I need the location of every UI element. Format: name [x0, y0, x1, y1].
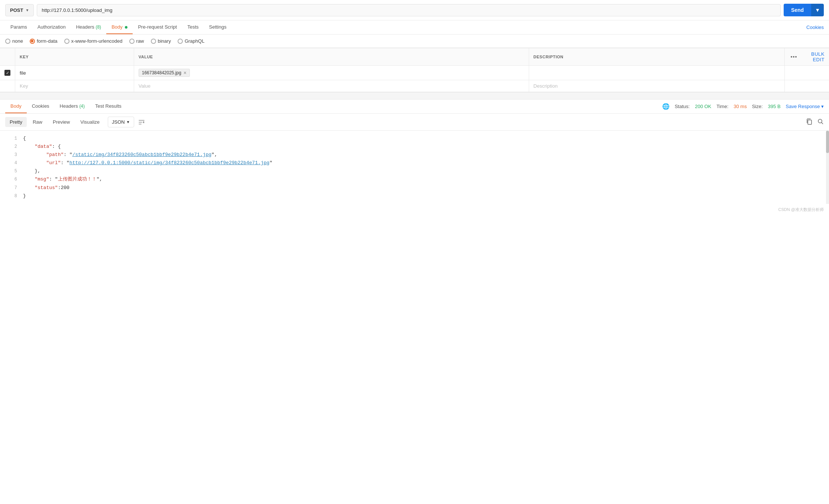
- col-key-header: KEY: [15, 48, 134, 66]
- tab-params[interactable]: Params: [5, 20, 32, 34]
- radio-raw-circle: [129, 39, 135, 44]
- send-button[interactable]: Send: [784, 4, 811, 16]
- radio-graphql[interactable]: GraphQL: [178, 38, 204, 44]
- table-row: file 1667384842025.jpg ×: [0, 66, 829, 80]
- empty-description-cell[interactable]: Description: [529, 80, 784, 92]
- response-tab-headers[interactable]: Headers (4): [55, 100, 90, 113]
- radio-raw[interactable]: raw: [129, 38, 144, 44]
- scrollbar-track[interactable]: [826, 131, 829, 204]
- chevron-down-icon: ▼: [25, 8, 29, 12]
- row-checkbox-cell[interactable]: [0, 66, 15, 80]
- scrollbar-thumb[interactable]: [826, 131, 829, 153]
- tab-body[interactable]: Body: [106, 20, 133, 34]
- placeholder-description: Description: [534, 83, 558, 89]
- radio-graphql-circle: [178, 39, 183, 44]
- url-input[interactable]: [37, 4, 781, 16]
- placeholder-value: Value: [139, 83, 150, 89]
- svg-rect-0: [808, 120, 812, 124]
- radio-form-data[interactable]: form-data: [30, 38, 58, 44]
- chevron-down-icon-json: ▼: [126, 120, 130, 124]
- send-dropdown-button[interactable]: ▼: [811, 4, 824, 16]
- format-pretty[interactable]: Pretty: [5, 117, 27, 127]
- tab-pre-request[interactable]: Pre-request Script: [133, 20, 182, 34]
- path-link[interactable]: /static/img/34f823260c50abcb1bbf9e29b22b…: [72, 151, 211, 159]
- send-button-group: Send ▼: [784, 4, 824, 16]
- file-tag: 1667384842025.jpg ×: [139, 69, 190, 77]
- json-line-5: 5 },: [5, 167, 824, 175]
- save-response-button[interactable]: Save Response ▾: [786, 104, 824, 109]
- format-preview[interactable]: Preview: [48, 117, 74, 127]
- json-line-7: 7 "status" : 200: [5, 184, 824, 192]
- radio-none[interactable]: none: [5, 38, 23, 44]
- size-label: Size:: [752, 104, 763, 109]
- size-value: 395 B: [768, 104, 781, 109]
- cookies-link[interactable]: Cookies: [806, 25, 824, 30]
- response-tab-bar: Body Cookies Headers (4) Test Results 🌐 …: [0, 100, 829, 114]
- json-line-8: 8 }: [5, 192, 824, 200]
- col-description-header: DESCRIPTION: [529, 48, 784, 66]
- wrap-text-icon[interactable]: [138, 118, 145, 126]
- format-visualize[interactable]: Visualize: [76, 117, 104, 127]
- json-format-select[interactable]: JSON ▼: [108, 117, 134, 127]
- copy-icon[interactable]: [806, 118, 813, 126]
- radio-none-circle: [5, 39, 10, 44]
- time-label: Time:: [716, 104, 728, 109]
- col-checkbox: [0, 48, 15, 66]
- method-dropdown[interactable]: POST ▼: [5, 4, 34, 16]
- tab-tests[interactable]: Tests: [182, 20, 204, 34]
- col-value-header: VALUE: [134, 48, 529, 66]
- section-divider: [0, 92, 829, 100]
- file-tag-name: 1667384842025.jpg: [142, 70, 181, 75]
- form-data-table: KEY VALUE DESCRIPTION Bulk Edit: [0, 48, 829, 92]
- tab-authorization[interactable]: Authorization: [32, 20, 71, 34]
- col-actions-header: Bulk Edit: [784, 48, 829, 66]
- body-active-dot: [125, 26, 127, 29]
- more-options-icon[interactable]: [789, 55, 798, 59]
- placeholder-key: Key: [20, 83, 28, 89]
- row-value-cell[interactable]: 1667384842025.jpg ×: [134, 66, 529, 80]
- request-tab-bar: Params Authorization Headers (8) Body Pr…: [0, 20, 829, 35]
- tab-settings[interactable]: Settings: [204, 20, 232, 34]
- table-row-placeholder: Key Value Description: [0, 80, 829, 92]
- watermark: CSDN @准大数据分析师: [0, 204, 829, 215]
- status-label: Status:: [675, 104, 690, 109]
- radio-form-data-circle: [30, 39, 35, 44]
- radio-binary-circle: [151, 39, 156, 44]
- response-tab-cookies[interactable]: Cookies: [27, 100, 55, 113]
- row-key-cell[interactable]: file: [15, 66, 134, 80]
- empty-value-cell[interactable]: Value: [134, 80, 529, 92]
- json-line-1: 1 {: [5, 134, 824, 143]
- method-label: POST: [10, 7, 23, 13]
- radio-binary[interactable]: binary: [151, 38, 171, 44]
- request-bar: POST ▼ Send ▼: [0, 0, 829, 20]
- response-body: 1 { 2 "data" : { 3 "path" : " /static/im…: [0, 131, 829, 204]
- body-type-bar: none form-data x-www-form-urlencoded raw…: [0, 35, 829, 48]
- json-line-3: 3 "path" : " /static/img/34f823260c50abc…: [5, 151, 824, 159]
- tab-headers[interactable]: Headers (8): [71, 20, 106, 34]
- empty-key-cell[interactable]: Key: [15, 80, 134, 92]
- response-tab-test-results[interactable]: Test Results: [90, 100, 127, 113]
- response-tab-body[interactable]: Body: [5, 100, 27, 113]
- response-format-bar: Pretty Raw Preview Visualize JSON ▼: [0, 114, 829, 131]
- status-value: 200 OK: [695, 104, 711, 109]
- radio-x-www-circle: [64, 39, 69, 44]
- row-checkbox[interactable]: [4, 70, 10, 76]
- json-line-4: 4 "url" : " http://127.0.0.1:5000/static…: [5, 159, 824, 167]
- globe-icon: 🌐: [662, 103, 670, 110]
- empty-checkbox-cell: [0, 80, 15, 92]
- bulk-edit-button[interactable]: Bulk Edit: [802, 51, 825, 62]
- json-line-6: 6 "msg" : " 上传图片成功！！ ",: [5, 175, 824, 183]
- search-icon[interactable]: [817, 118, 824, 126]
- row-description-cell[interactable]: [529, 66, 784, 80]
- url-link[interactable]: http://127.0.0.1:5000/static/img/34f8232…: [69, 159, 269, 167]
- empty-actions-cell: [784, 80, 829, 92]
- row-key-value: file: [20, 70, 26, 76]
- file-tag-remove[interactable]: ×: [184, 70, 187, 75]
- time-value: 30 ms: [734, 104, 747, 109]
- json-line-2: 2 "data" : {: [5, 143, 824, 151]
- format-raw[interactable]: Raw: [28, 117, 47, 127]
- radio-x-www[interactable]: x-www-form-urlencoded: [64, 38, 123, 44]
- row-actions-cell: [784, 66, 829, 80]
